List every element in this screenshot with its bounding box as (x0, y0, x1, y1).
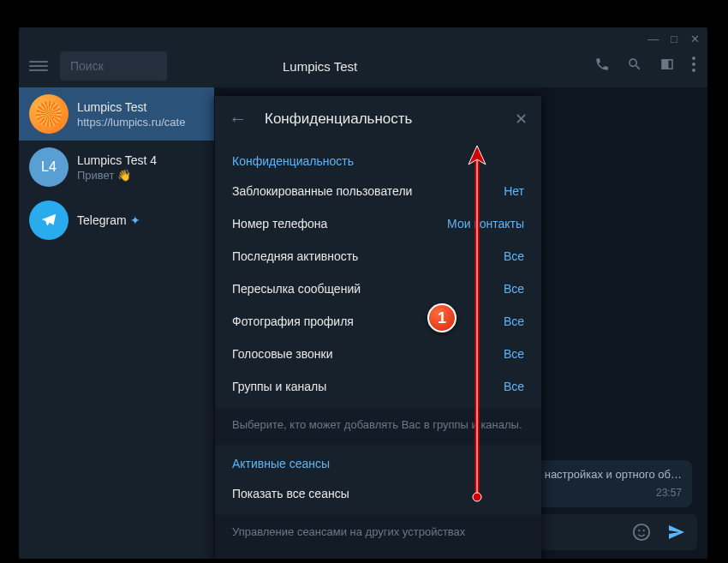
window-controls: — □ ✕ (647, 33, 701, 45)
section-hint: Выберите, кто может добавлять Вас в груп… (215, 408, 541, 445)
section-header: Конфиденциальность (215, 142, 541, 175)
svg-point-1 (692, 63, 695, 66)
verified-icon: ✦ (130, 213, 140, 227)
minimize-button[interactable]: — (647, 33, 659, 45)
privacy-row-phone[interactable]: Номер телефонаМои контакты (215, 207, 541, 240)
privacy-row-photo[interactable]: Фотография профиляВсе (215, 305, 541, 338)
more-icon[interactable] (692, 57, 695, 75)
row-value: Все (504, 347, 524, 361)
top-bar: Поиск Lumpics Test (19, 45, 707, 87)
svg-point-3 (634, 524, 649, 540)
row-value: Мои контакты (447, 217, 524, 231)
chat-list: Lumpics Test https://lumpics.ru/cate L4 … (19, 87, 214, 247)
search-input[interactable]: Поиск (60, 51, 167, 81)
row-value: Все (504, 314, 524, 328)
show-sessions-row[interactable]: Показать все сеансы (215, 477, 541, 510)
maximize-button[interactable]: □ (668, 33, 680, 45)
privacy-row-calls[interactable]: Голосовые звонкиВсе (215, 338, 541, 370)
section-header: Активные сеансы (215, 445, 541, 477)
settings-panel: ← Конфиденциальность ✕ Конфиденциальност… (215, 96, 541, 559)
row-label: Группы и каналы (232, 380, 326, 393)
send-icon[interactable] (666, 522, 687, 542)
section-hint: Управление сеансами на других устройства… (215, 515, 541, 559)
chat-item[interactable]: L4 Lumpics Test 4 Привет 👋 (19, 141, 214, 194)
call-icon[interactable] (594, 57, 610, 75)
chat-preview: Привет 👋 (77, 169, 157, 182)
row-label: Пересылка сообщений (232, 282, 361, 296)
chat-name: Telegram✦ (77, 213, 140, 227)
row-label: Последняя активность (232, 249, 358, 263)
svg-point-5 (643, 530, 645, 531)
avatar (29, 201, 69, 240)
chat-name: Lumpics Test 4 (77, 153, 157, 167)
message-text: сех настройках и ортного об… (524, 467, 682, 482)
avatar (29, 94, 69, 134)
privacy-row-groups[interactable]: Группы и каналыВсе (215, 370, 541, 403)
chat-title: Lumpics Test (283, 59, 357, 74)
chat-preview: https://lumpics.ru/cate (77, 116, 185, 129)
row-value: Все (504, 249, 524, 263)
row-value: Нет (504, 184, 524, 198)
avatar: L4 (29, 147, 69, 187)
panel-header: ← Конфиденциальность ✕ (215, 96, 541, 142)
privacy-row-forwarding[interactable]: Пересылка сообщенийВсе (215, 273, 541, 305)
row-label: Голосовые звонки (232, 347, 333, 361)
svg-point-2 (692, 69, 695, 72)
close-icon[interactable]: ✕ (515, 110, 528, 129)
search-icon[interactable] (627, 57, 642, 75)
chat-item[interactable]: Telegram✦ (19, 194, 214, 247)
emoji-icon[interactable] (632, 523, 651, 542)
panel-icon[interactable] (659, 57, 675, 75)
privacy-row-lastseen[interactable]: Последняя активностьВсе (215, 240, 541, 273)
hamburger-menu-icon[interactable] (29, 58, 48, 74)
row-value: Все (504, 380, 524, 393)
search-placeholder: Поиск (70, 59, 104, 73)
panel-title: Конфиденциальность (265, 111, 515, 128)
message-time: 23:57 (524, 486, 682, 500)
close-button[interactable]: ✕ (689, 33, 701, 45)
back-icon[interactable]: ← (229, 108, 248, 130)
row-value: Все (504, 282, 524, 296)
row-label: Номер телефона (232, 217, 327, 231)
svg-point-4 (638, 530, 640, 531)
chat-name: Lumpics Test (77, 100, 185, 114)
row-label: Заблокированные пользователи (232, 184, 412, 198)
row-label: Фотография профиля (232, 314, 354, 328)
chat-item[interactable]: Lumpics Test https://lumpics.ru/cate (19, 87, 214, 141)
row-label: Показать все сеансы (232, 487, 349, 500)
svg-point-0 (692, 57, 695, 60)
privacy-row-blocked[interactable]: Заблокированные пользователиНет (215, 175, 541, 207)
